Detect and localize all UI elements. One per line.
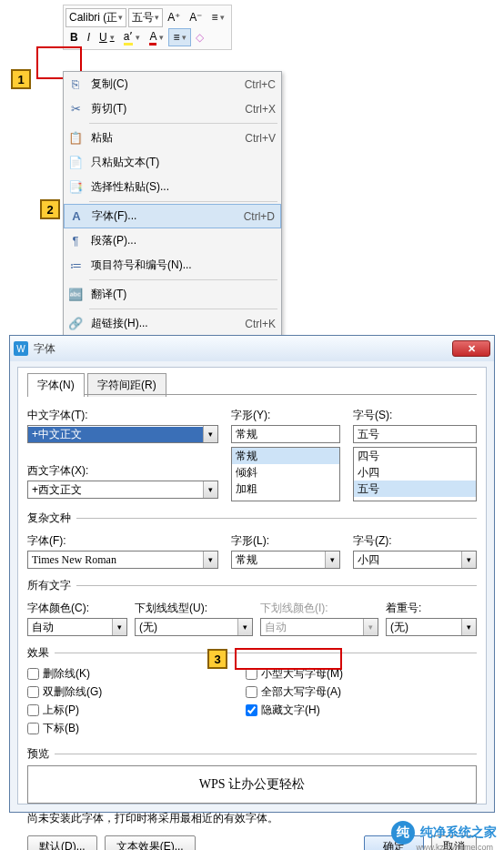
- strike-check[interactable]: 删除线(K): [27, 664, 218, 683]
- list-item[interactable]: 小四: [354, 464, 476, 481]
- menu-paste-special[interactable]: 📑选择性粘贴(S)...: [64, 175, 281, 199]
- italic-button[interactable]: I: [83, 28, 95, 46]
- translate-icon: 🔤: [64, 288, 87, 301]
- paste-icon: 📋: [64, 131, 87, 145]
- chevron-down-icon[interactable]: ▾: [461, 551, 476, 568]
- menu-paste[interactable]: 📋粘贴Ctrl+V: [64, 126, 281, 150]
- size-input[interactable]: 五号: [353, 425, 477, 443]
- list-item[interactable]: 五号: [354, 481, 476, 497]
- chevron-down-icon[interactable]: ▾: [203, 426, 217, 442]
- chevron-down-icon: ▾: [363, 619, 378, 635]
- font-icon: A: [65, 209, 88, 223]
- cs-label: 字形(L):: [231, 533, 340, 549]
- paragraph-icon: ¶: [64, 234, 87, 248]
- hyperlink-icon: 🔗: [64, 317, 87, 330]
- w-font-label: 西文字体(X):: [27, 463, 218, 479]
- size-select[interactable]: 五号▾: [128, 8, 163, 27]
- context-menu: ⎘复制(C)Ctrl+C ✂剪切(T)Ctrl+X 📋粘贴Ctrl+V 📄只粘贴…: [63, 71, 282, 337]
- chevron-down-icon[interactable]: ▾: [325, 551, 339, 568]
- watermark-brand: 纯净系统之家: [420, 825, 497, 841]
- w-font-combo[interactable]: +西文正文▾: [27, 481, 218, 499]
- bullets-icon: ≔: [64, 258, 87, 272]
- uline-label: 下划线线型(U):: [135, 601, 253, 616]
- cz-label: 字号(Z):: [353, 533, 477, 549]
- cn-font-combo[interactable]: +中文正文▾: [27, 425, 218, 443]
- menu-separator: [89, 279, 277, 280]
- callout-3: 3: [207, 649, 227, 669]
- emph-label: 着重号:: [386, 601, 477, 616]
- mini-toolbar: Calibri (正▾ 五号▾ A⁺ A⁻ ≡▾ B I U▾ aʼ▾ A▾ ≡…: [63, 5, 232, 50]
- style-input[interactable]: 常规: [231, 425, 340, 443]
- copy-icon: ⎘: [64, 77, 87, 91]
- app-icon: W: [14, 341, 28, 356]
- list-item[interactable]: 倾斜: [232, 464, 339, 481]
- cz-combo[interactable]: 小四▾: [353, 551, 477, 569]
- chevron-down-icon[interactable]: ▾: [461, 619, 476, 635]
- sub-check[interactable]: 下标(B): [27, 719, 218, 737]
- cn-font-label: 中文字体(T):: [27, 408, 218, 423]
- font-select[interactable]: Calibri (正▾: [66, 8, 126, 27]
- watermark-icon: 纯: [391, 821, 415, 845]
- menu-font[interactable]: A字体(F)...Ctrl+D: [64, 204, 281, 228]
- dialog-body: 字体(N) 字符间距(R) 中文字体(T): +中文正文▾ 字形(Y): 常规 …: [17, 367, 487, 804]
- shrink-font-button[interactable]: A⁻: [185, 8, 207, 26]
- highlight-button[interactable]: aʼ▾: [119, 27, 146, 48]
- chevron-down-icon[interactable]: ▾: [112, 619, 126, 635]
- grow-font-button[interactable]: A⁺: [163, 8, 185, 26]
- chevron-down-icon[interactable]: ▾: [203, 481, 217, 498]
- text-effect-button[interactable]: 文本效果(E)...: [105, 835, 196, 850]
- highlight-box-3: [235, 648, 342, 670]
- paste-text-icon: 📄: [64, 156, 87, 169]
- callout-1: 1: [11, 69, 31, 89]
- dialog-titlebar: W 字体 ✕: [10, 336, 494, 361]
- sup-check[interactable]: 上标(P): [27, 701, 218, 719]
- size-label: 字号(S):: [353, 408, 477, 423]
- list-item[interactable]: 常规: [232, 448, 339, 464]
- menu-translate[interactable]: 🔤翻译(T): [64, 282, 281, 307]
- all-text-label: 所有文字: [27, 578, 71, 593]
- ucolor-label: 下划线颜色(I):: [260, 601, 378, 616]
- cf-label: 字体(F):: [27, 533, 218, 549]
- ucolor-combo: 自动▾: [260, 618, 378, 636]
- menu-separator: [89, 201, 277, 202]
- dialog-title: 字体: [34, 341, 452, 357]
- default-button[interactable]: 默认(D)...: [27, 835, 97, 850]
- menu-paragraph[interactable]: ¶段落(P)...: [64, 228, 281, 253]
- uline-combo[interactable]: (无)▾: [135, 618, 253, 636]
- chevron-down-icon[interactable]: ▾: [203, 551, 217, 568]
- menu-copy[interactable]: ⎘复制(C)Ctrl+C: [64, 72, 281, 96]
- tab-font[interactable]: 字体(N): [27, 373, 85, 397]
- watermark: 纯 纯净系统之家: [391, 821, 497, 845]
- style-label: 字形(Y):: [231, 408, 340, 423]
- line-spacing-button[interactable]: ≡▾: [207, 8, 229, 26]
- menu-separator: [89, 123, 277, 124]
- list-item[interactable]: 加粗: [232, 481, 339, 497]
- watermark-url: www.kzmyhome.com: [416, 843, 493, 850]
- underline-button[interactable]: U▾: [95, 28, 119, 46]
- font-dialog: W 字体 ✕ 字体(N) 字符间距(R) 中文字体(T): +中文正文▾ 字形(…: [9, 335, 495, 813]
- menu-separator: [89, 309, 277, 309]
- font-color-button[interactable]: A▾: [145, 27, 168, 48]
- menu-hyperlink[interactable]: 🔗超链接(H)...Ctrl+K: [64, 311, 281, 336]
- emph-combo[interactable]: (无)▾: [386, 618, 477, 636]
- menu-bullets[interactable]: ≔项目符号和编号(N)...: [64, 253, 281, 278]
- bold-button[interactable]: B: [66, 28, 83, 46]
- cut-icon: ✂: [64, 102, 87, 116]
- effect-label: 效果: [27, 645, 49, 661]
- color-combo[interactable]: 自动▾: [27, 618, 127, 636]
- cs-combo[interactable]: 常规▾: [231, 551, 340, 569]
- allcaps-check[interactable]: 全部大写字母(A): [246, 683, 477, 701]
- chevron-down-icon[interactable]: ▾: [237, 619, 252, 635]
- size-list[interactable]: 四号 小四 五号: [353, 447, 477, 501]
- hidden-check[interactable]: 隐藏文字(H): [246, 701, 477, 719]
- clear-format-button[interactable]: ◇: [191, 28, 208, 46]
- list-item[interactable]: 四号: [354, 448, 476, 464]
- menu-paste-text[interactable]: 📄只粘贴文本(T): [64, 150, 281, 175]
- close-button[interactable]: ✕: [452, 340, 490, 357]
- menu-cut[interactable]: ✂剪切(T)Ctrl+X: [64, 96, 281, 121]
- cf-combo[interactable]: Times New Roman▾: [27, 551, 218, 569]
- style-list[interactable]: 常规 倾斜 加粗: [231, 447, 340, 501]
- align-button[interactable]: ≡▾: [168, 28, 191, 46]
- dstrike-check[interactable]: 双删除线(G): [27, 683, 218, 701]
- preview-label: 预览: [27, 746, 49, 762]
